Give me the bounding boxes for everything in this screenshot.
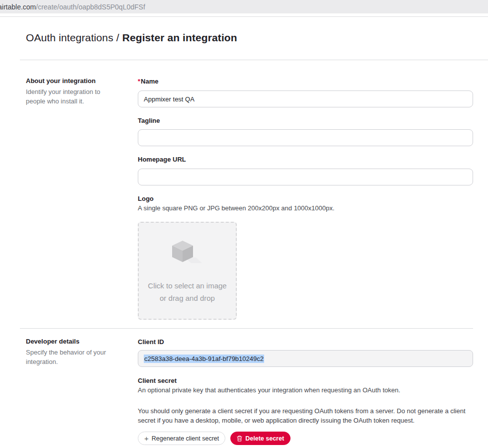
about-section-description: Identify your integration to people who … [26, 87, 111, 106]
upload-instruction-line2: or drag and drop [148, 292, 226, 304]
client-secret-actions: + Regenerate client secret Delete secret [138, 432, 291, 445]
tagline-field-label: Tagline [138, 117, 160, 124]
client-secret-field-label: Client secret [138, 377, 177, 384]
trash-icon [237, 436, 242, 442]
breadcrumb-parent[interactable]: OAuth integrations [26, 32, 113, 43]
breadcrumb-current: Register an integration [122, 32, 237, 43]
about-section-title: About your integration [26, 77, 96, 85]
client-id-input[interactable]: c2583a38-deea-4a3b-91af-bf79b10249c2 [138, 350, 473, 367]
client-secret-note: You should only generate a client secret… [138, 406, 474, 425]
developer-section-title: Developer details [26, 338, 80, 345]
client-id-field-label: Client ID [138, 338, 164, 346]
address-bar[interactable]: airtable.com/create/oauth/oapb8dS5P0qL0d… [0, 0, 488, 13]
plus-icon: + [144, 435, 149, 442]
developer-section-description: Specify the behavior of your integration… [26, 348, 111, 366]
chrome-divider [0, 16, 488, 17]
client-id-value: c2583a38-deea-4a3b-91af-bf79b10249c2 [144, 355, 264, 363]
logo-field-description: A single square PNG or JPG between 200x2… [138, 204, 334, 212]
url-domain: airtable.com [0, 3, 36, 11]
page-title: OAuth integrations/Register an integrati… [26, 32, 237, 44]
client-secret-description: An optional private key that authenticat… [138, 386, 400, 394]
homepage-url-field-label: Homepage URL [138, 156, 186, 163]
name-input[interactable] [138, 90, 473, 107]
cube-icon [171, 240, 204, 268]
url-path: /create/oauth/oapb8dS5P0qL0dFSf [36, 3, 145, 11]
regenerate-button-label: Regenerate client secret [152, 435, 219, 442]
section-divider-developer [20, 328, 473, 329]
logo-field-label: Logo [138, 195, 154, 202]
required-asterisk: * [138, 78, 140, 85]
upload-instructions: Click to select an image or drag and dro… [148, 279, 226, 304]
name-label-text: Name [141, 78, 158, 85]
delete-button-label: Delete secret [245, 435, 284, 442]
upload-instruction-line1: Click to select an image [148, 279, 226, 292]
breadcrumb-separator: / [113, 32, 122, 43]
name-field-label: *Name [138, 78, 158, 85]
page-url: airtable.com/create/oauth/oapb8dS5P0qL0d… [0, 3, 145, 11]
section-divider-top [20, 60, 488, 60]
tagline-input[interactable] [138, 129, 473, 146]
browser-window: airtable.com/create/oauth/oapb8dS5P0qL0d… [0, 0, 488, 448]
delete-secret-button[interactable]: Delete secret [230, 432, 291, 445]
regenerate-client-secret-button[interactable]: + Regenerate client secret [138, 432, 225, 445]
homepage-url-input[interactable] [138, 169, 473, 185]
logo-upload-dropzone[interactable]: Click to select an image or drag and dro… [138, 222, 237, 320]
